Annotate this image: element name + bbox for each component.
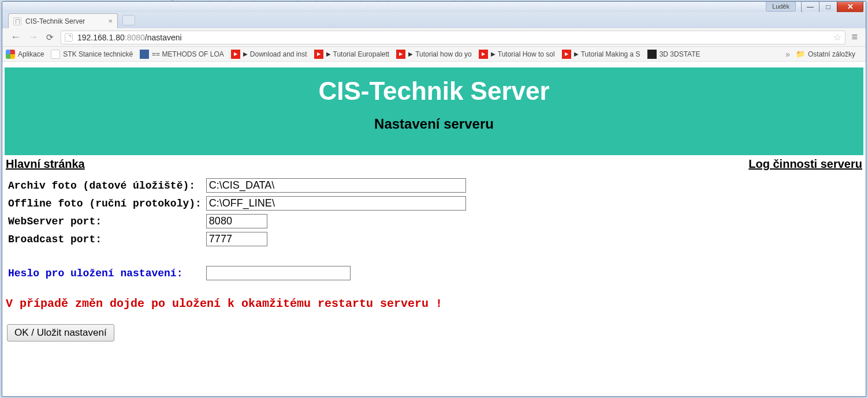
bookmark-item[interactable]: STK Stanice technické [51,50,133,59]
bookmark-label: == METHODS OF LOA [152,50,224,58]
youtube-icon: ▶ [562,50,571,59]
page-icon [13,17,21,25]
apps-icon [6,50,15,59]
bookmark-label: Aplikace [18,50,44,58]
window-titlebar: Luděk — □ ✕ [2,2,866,12]
youtube-icon: ▶ [396,50,405,59]
bookmark-bar: Aplikace STK Stanice technické == METHOD… [2,47,866,62]
label-offline-foto: Offline foto (ruční protokoly): [6,194,204,212]
play-icon: ▶ [408,51,413,57]
link-home[interactable]: Hlavní stránka [6,157,85,171]
page-content: CIS-Technik Server Nastavení serveru Hla… [2,62,866,341]
page-subtitle: Nastavení serveru [5,116,863,132]
input-broadcast-port[interactable] [206,232,267,246]
nav-back-button[interactable]: ← [7,31,24,43]
bookmark-item[interactable]: 3D 3DSTATE [647,50,701,59]
play-icon: ▶ [574,51,579,57]
nav-reload-button[interactable]: ⟳ [42,32,58,43]
bookmark-label: Tutorial Making a S [581,50,640,58]
bookmark-item[interactable]: ▶▶Tutorial Making a S [562,50,640,59]
label-broadcast-port: Broadcast port: [6,230,204,248]
play-icon: ▶ [243,51,248,57]
input-save-password[interactable] [206,266,351,280]
chrome-menu-button[interactable]: ≡ [848,31,861,43]
input-archiv-foto[interactable] [206,178,466,193]
tab-title: CIS-Technik Server [25,17,85,25]
label-save-password: Heslo pro uložení nastavení: [6,264,204,282]
tab-close-icon[interactable]: × [108,17,113,25]
bookmark-other-folder[interactable]: 📁Ostatní záložky [796,50,855,59]
bookmark-overflow-icon[interactable]: » [785,50,790,59]
bookmark-star-icon[interactable]: ☆ [833,32,841,43]
new-tab-button[interactable] [122,15,135,25]
site-icon [140,50,149,59]
bookmark-item[interactable]: ▶▶Download and inst [231,50,307,59]
window-maximize-button[interactable]: □ [819,1,837,13]
page-icon [65,33,73,42]
tab-strip: CIS-Technik Server × [2,12,866,28]
youtube-icon: ▶ [314,50,323,59]
page-icon [51,50,60,59]
window-minimize-button[interactable]: — [801,1,819,13]
input-offline-foto[interactable] [206,196,466,211]
save-button[interactable]: OK / Uložit nastavení [7,324,114,341]
bookmark-item[interactable]: ▶▶Tutorial Europalett [314,50,390,59]
nav-links-row: Hlavní stránka Log činnosti serveru [5,155,863,171]
page-banner: CIS-Technik Server Nastavení serveru [5,67,863,155]
youtube-icon: ▶ [231,50,240,59]
bookmark-item[interactable]: ▶▶Tutorial How to sol [479,50,555,59]
bookmark-label: Ostatní záložky [808,50,855,58]
settings-form: Archiv foto (datové úložiště): Offline f… [5,171,863,282]
play-icon: ▶ [491,51,496,57]
restart-warning: V případě změn dojde po uložení k okamži… [6,297,862,310]
bookmark-label: STK Stanice technické [63,50,133,58]
bookmark-apps[interactable]: Aplikace [6,50,44,59]
browser-toolbar: ← → ⟳ 192.168.1.80:8080/nastaveni ☆ ≡ [2,28,866,47]
url-port: :8080 [125,33,145,42]
input-webserver-port[interactable] [206,214,267,228]
bookmark-label: Tutorial How to sol [498,50,555,58]
site-icon [647,50,657,59]
youtube-icon: ▶ [479,50,488,59]
label-webserver-port: WebServer port: [6,212,204,230]
bookmark-label: Download and inst [250,50,307,58]
url-host: 192.168.1.80 [77,33,125,42]
link-log[interactable]: Log činnosti serveru [748,157,862,171]
url-path: /nastaveni [145,33,182,42]
bookmark-label: Tutorial Europalett [333,50,390,58]
nav-forward-button[interactable]: → [24,31,42,43]
label-archiv-foto: Archiv foto (datové úložiště): [6,177,204,194]
browser-window: Luděk — □ ✕ CIS-Technik Server × ← → ⟳ 1… [2,1,866,397]
window-close-button[interactable]: ✕ [837,1,863,13]
folder-icon: 📁 [796,50,805,59]
play-icon: ▶ [326,51,331,57]
bookmark-label: Tutorial how do yo [415,50,472,58]
page-title: CIS-Technik Server [5,77,863,106]
bookmark-item[interactable]: ▶▶Tutorial how do yo [396,50,472,59]
address-bar[interactable]: 192.168.1.80:8080/nastaveni ☆ [61,31,845,44]
browser-tab[interactable]: CIS-Technik Server × [8,13,118,28]
bookmark-label: 3D 3DSTATE [660,50,701,58]
bookmark-item[interactable]: == METHODS OF LOA [140,50,224,59]
chrome-user-pill[interactable]: Luděk [766,1,796,12]
